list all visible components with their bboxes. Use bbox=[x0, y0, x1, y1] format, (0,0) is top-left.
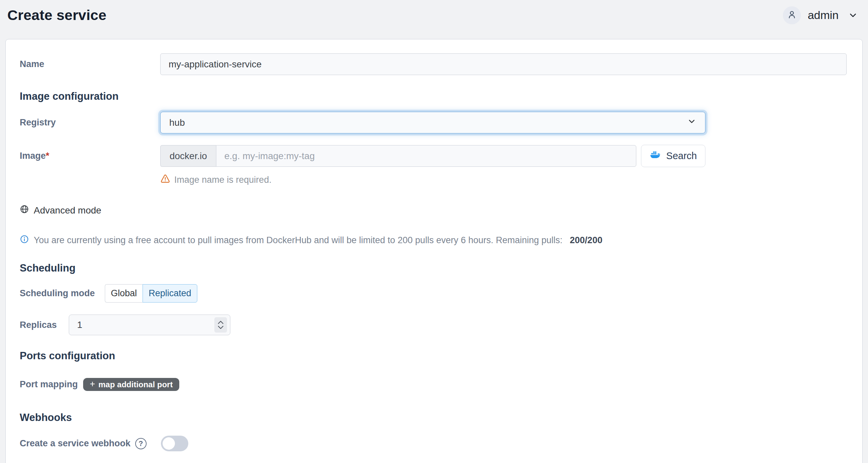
pull-limit-value: 200/200 bbox=[570, 235, 602, 245]
replicas-label: Replicas bbox=[20, 320, 69, 330]
docker-whale-icon bbox=[650, 151, 662, 162]
name-input[interactable] bbox=[160, 54, 847, 75]
chevron-down-icon bbox=[687, 117, 696, 128]
webhooks-heading: Webhooks bbox=[20, 411, 848, 424]
search-button-label: Search bbox=[666, 151, 697, 161]
page-title: Create service bbox=[7, 7, 106, 23]
scheduling-mode-global-button[interactable]: Global bbox=[105, 284, 143, 303]
name-row: Name bbox=[20, 54, 848, 75]
advanced-mode-button[interactable]: Advanced mode bbox=[20, 204, 101, 216]
port-mapping-row: Port mapping + map additional port bbox=[20, 378, 848, 391]
webhook-toggle[interactable] bbox=[161, 436, 188, 451]
replicas-input-wrap bbox=[69, 315, 230, 335]
pull-limit-text: You are currently using a free account t… bbox=[34, 235, 562, 245]
image-input[interactable] bbox=[216, 145, 636, 167]
scheduling-mode-group: Global Replicated bbox=[105, 284, 197, 303]
advanced-mode-label: Advanced mode bbox=[34, 205, 101, 216]
stepper-up-icon bbox=[218, 321, 224, 324]
required-asterisk: * bbox=[46, 151, 50, 161]
info-circle-icon bbox=[20, 234, 29, 246]
create-service-form-card: Name Image configuration Registry hub Im… bbox=[5, 39, 863, 463]
registry-select[interactable]: hub bbox=[160, 112, 705, 133]
pull-limit-notice: You are currently using a free account t… bbox=[20, 234, 848, 246]
webhook-toggle-label: Create a service webhook bbox=[20, 438, 130, 449]
webhook-toggle-row: Create a service webhook ? bbox=[20, 436, 848, 451]
port-mapping-label: Port mapping bbox=[20, 379, 83, 390]
person-icon bbox=[787, 9, 797, 21]
image-error-text: Image name is required. bbox=[174, 175, 271, 185]
image-row: Image* docker.io bbox=[20, 145, 848, 167]
image-search-button[interactable]: Search bbox=[641, 145, 705, 167]
image-label: Image* bbox=[20, 151, 160, 161]
user-name: admin bbox=[808, 9, 839, 22]
map-additional-port-label: map additional port bbox=[98, 380, 173, 389]
name-label: Name bbox=[20, 59, 160, 69]
ports-configuration-heading: Ports configuration bbox=[20, 350, 848, 362]
page-header: Create service admin bbox=[0, 0, 868, 39]
chevron-down-icon bbox=[848, 10, 858, 20]
registry-prefix-addon: docker.io bbox=[160, 145, 216, 167]
scheduling-mode-row: Scheduling mode Global Replicated bbox=[20, 284, 848, 303]
image-configuration-heading: Image configuration bbox=[20, 90, 848, 102]
avatar bbox=[783, 6, 801, 24]
warning-triangle-icon bbox=[160, 174, 170, 186]
replicas-row: Replicas bbox=[20, 315, 848, 335]
scheduling-mode-label: Scheduling mode bbox=[20, 288, 105, 299]
image-input-group: docker.io bbox=[160, 145, 636, 167]
plus-icon: + bbox=[90, 379, 95, 389]
stepper-down-icon bbox=[218, 326, 224, 329]
replicas-stepper[interactable] bbox=[214, 317, 227, 333]
user-menu[interactable]: admin bbox=[783, 6, 858, 24]
webhook-label-group: Create a service webhook ? bbox=[20, 438, 161, 449]
scheduling-mode-replicated-button[interactable]: Replicated bbox=[143, 284, 197, 303]
question-circle-icon[interactable]: ? bbox=[135, 438, 147, 449]
registry-row: Registry hub bbox=[20, 112, 848, 133]
scheduling-heading: Scheduling bbox=[20, 262, 848, 274]
registry-label: Registry bbox=[20, 118, 160, 128]
replicas-input[interactable] bbox=[69, 315, 230, 335]
map-additional-port-button[interactable]: + map additional port bbox=[83, 378, 179, 391]
image-label-text: Image bbox=[20, 151, 46, 161]
globe-icon bbox=[20, 204, 29, 216]
webhook-toggle-knob bbox=[163, 437, 175, 450]
image-error-row: Image name is required. bbox=[160, 174, 848, 186]
registry-selected-value: hub bbox=[169, 118, 185, 128]
